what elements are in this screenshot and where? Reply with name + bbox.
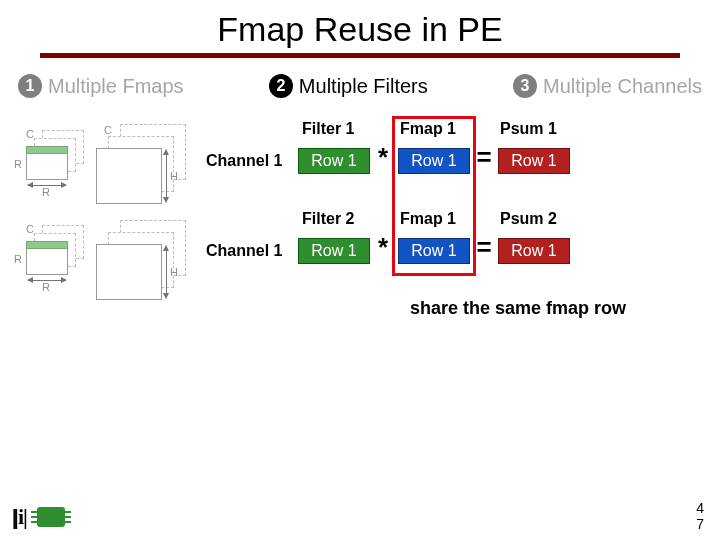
- dim-R-1: R: [14, 158, 22, 170]
- fmap-head-1: Fmap 1: [400, 120, 476, 138]
- conv-op-2: *: [372, 232, 394, 263]
- mode-2-label: Multiple Filters: [299, 75, 428, 98]
- psum-head-2: Psum 2: [500, 210, 576, 228]
- filter-box-1: Row 1: [298, 148, 370, 174]
- filter-fmap-diagram: C R R C H C R R H: [26, 130, 206, 320]
- dim-H-1: H: [170, 170, 178, 182]
- title-underline: [40, 53, 680, 58]
- slide-title: Fmap Reuse in PE: [0, 0, 720, 53]
- mode-3: 3 Multiple Channels: [513, 74, 702, 98]
- channel-label-2: Channel 1: [206, 242, 282, 260]
- psum-box-2: Row 1: [498, 238, 570, 264]
- mode-3-badge: 3: [513, 74, 537, 98]
- channel-label-1: Channel 1: [206, 152, 282, 170]
- page-b: 7: [696, 517, 704, 532]
- mode-1: 1 Multiple Fmaps: [18, 74, 184, 98]
- mode-1-badge: 1: [18, 74, 42, 98]
- mode-2: 2 Multiple Filters: [269, 74, 428, 98]
- dim-R-2: R: [14, 253, 22, 265]
- mode-tabs: 1 Multiple Fmaps 2 Multiple Filters 3 Mu…: [0, 68, 720, 98]
- page-a: 4: [696, 501, 704, 516]
- psum-head-1: Psum 1: [500, 120, 576, 138]
- dim-C-2: C: [104, 124, 112, 136]
- fmap-box-2: Row 1: [398, 238, 470, 264]
- mode-3-label: Multiple Channels: [543, 75, 702, 98]
- mode-1-label: Multiple Fmaps: [48, 75, 184, 98]
- psum-box-1: Row 1: [498, 148, 570, 174]
- filter-head-1: Filter 1: [302, 120, 378, 138]
- footer-logos: |||i|: [14, 504, 65, 530]
- fmap-box-1: Row 1: [398, 148, 470, 174]
- filter-box-2: Row 1: [298, 238, 370, 264]
- equals-op-2: =: [473, 232, 495, 263]
- equation-area: Filter 1 Fmap 1 Psum 1 Channel 1 Row 1 *…: [220, 120, 700, 300]
- share-note: share the same fmap row: [410, 298, 626, 319]
- filter-head-2: Filter 2: [302, 210, 378, 228]
- equals-op-1: =: [473, 142, 495, 173]
- conv-op-1: *: [372, 142, 394, 173]
- mit-logo-icon: |||i|: [14, 504, 27, 530]
- page-number: 4 7: [696, 501, 704, 532]
- dim-H-2: H: [170, 266, 178, 278]
- eq-row-1: Filter 1 Fmap 1 Psum 1 Channel 1 Row 1 *…: [220, 120, 700, 190]
- chip-icon: [37, 507, 65, 527]
- dim-C-3: C: [26, 223, 34, 235]
- eq-row-2: Filter 2 Fmap 1 Psum 2 Channel 1 Row 1 *…: [220, 210, 700, 280]
- dim-C-1: C: [26, 128, 34, 140]
- dim-R-1b: R: [42, 186, 50, 198]
- mode-2-badge: 2: [269, 74, 293, 98]
- dim-R-2b: R: [42, 281, 50, 293]
- fmap-head-2: Fmap 1: [400, 210, 476, 228]
